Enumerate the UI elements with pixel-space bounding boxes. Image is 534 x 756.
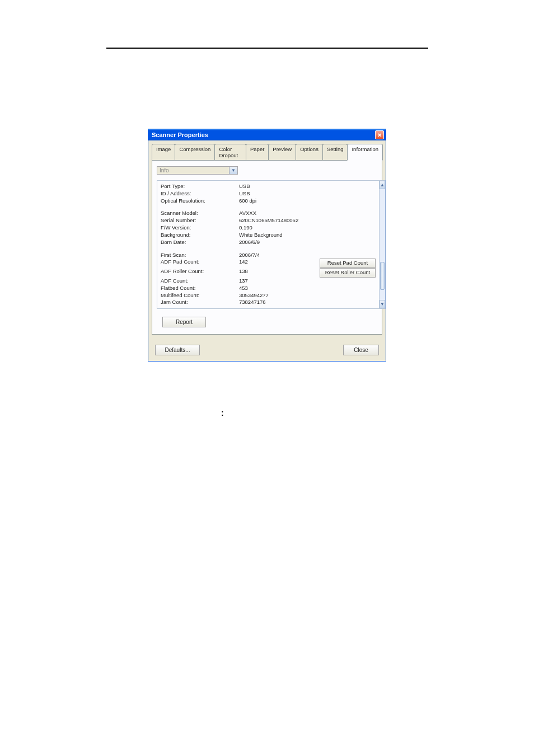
- scroll-thumb[interactable]: [380, 262, 385, 290]
- value-background: White Background: [239, 232, 317, 239]
- value-flatbed: 453: [239, 285, 317, 292]
- value-fw-version: 0.190: [239, 224, 317, 232]
- tab-options[interactable]: Options: [296, 144, 323, 160]
- label-born-date: Born Date: [161, 239, 239, 246]
- scrollbar[interactable]: ▲ ▼: [379, 180, 386, 309]
- window-title: Scanner Properties: [152, 132, 375, 138]
- close-button[interactable]: Close: [343, 345, 379, 355]
- label-jam: Jam Count: [161, 299, 239, 306]
- value-jam: 738247176: [239, 299, 317, 306]
- label-adf-roller: ADF Roller Count: [161, 268, 239, 275]
- page-decoration: :: [221, 408, 224, 417]
- reset-roller-count-button[interactable]: Reset Roller Count: [320, 268, 376, 278]
- scroll-down-icon[interactable]: ▼: [380, 300, 385, 308]
- information-panel: Info ▼ Port TypeUSB ID / AddressUSB Opti…: [152, 160, 382, 335]
- value-first-scan: 2006/7/4: [239, 252, 317, 259]
- value-adf-roller: 138: [239, 268, 317, 275]
- page-rule: [106, 48, 428, 49]
- label-port-type: Port Type: [161, 183, 239, 190]
- defaults-button[interactable]: Defaults...: [155, 345, 200, 355]
- value-adf-count: 137: [239, 278, 317, 285]
- dropdown-value: Info: [157, 166, 229, 175]
- label-first-scan: First Scan: [161, 252, 239, 259]
- bottom-bar: Defaults... Close: [148, 338, 386, 361]
- label-adf-count: ADF Count: [161, 278, 239, 285]
- tab-image[interactable]: Image: [152, 144, 175, 160]
- tab-preview[interactable]: Preview: [268, 144, 296, 160]
- value-serial: 620CN1065M571480052: [239, 217, 317, 224]
- tab-setting[interactable]: Setting: [322, 144, 348, 160]
- info-list: Port TypeUSB ID / AddressUSB Optical Res…: [157, 180, 379, 309]
- value-id-address: USB: [239, 190, 317, 198]
- label-fw-version: F/W Version: [161, 224, 239, 232]
- value-optical-res: 600 dpi: [239, 198, 317, 205]
- scroll-up-icon[interactable]: ▲: [380, 181, 385, 189]
- close-icon[interactable]: ✕: [375, 130, 384, 139]
- label-adf-pad: ADF Pad Count: [161, 259, 239, 266]
- tab-compression[interactable]: Compression: [175, 144, 215, 160]
- scanner-properties-window: Scanner Properties ✕ Image Compression C…: [148, 129, 386, 361]
- value-multifeed: 3053494277: [239, 292, 317, 299]
- label-scanner-model: Scanner Model: [161, 210, 239, 217]
- tabstrip: Image Compression Color Dropout Paper Pr…: [148, 140, 386, 160]
- value-adf-pad: 142: [239, 259, 317, 266]
- reset-pad-count-button[interactable]: Reset Pad Count: [320, 259, 376, 268]
- label-serial: Serial Number: [161, 217, 239, 224]
- label-flatbed: Flatbed Count: [161, 285, 239, 292]
- titlebar: Scanner Properties ✕: [148, 129, 386, 140]
- tab-paper[interactable]: Paper: [246, 144, 269, 160]
- label-id-address: ID / Address: [161, 190, 239, 198]
- value-scanner-model: AVXXX: [239, 210, 317, 217]
- info-dropdown[interactable]: Info ▼: [157, 166, 377, 175]
- value-born-date: 2006/6/9: [239, 239, 317, 246]
- report-button[interactable]: Report: [162, 317, 206, 327]
- label-multifeed: Multifeed Count: [161, 292, 239, 299]
- label-optical-res: Optical Resolution: [161, 198, 239, 205]
- tab-color-dropout[interactable]: Color Dropout: [214, 144, 246, 160]
- chevron-down-icon[interactable]: ▼: [229, 166, 238, 175]
- value-port-type: USB: [239, 183, 317, 190]
- scroll-track[interactable]: [380, 189, 385, 300]
- info-area: Port TypeUSB ID / AddressUSB Optical Res…: [157, 180, 377, 309]
- tab-information[interactable]: Information: [347, 144, 383, 161]
- label-background: Background: [161, 232, 239, 239]
